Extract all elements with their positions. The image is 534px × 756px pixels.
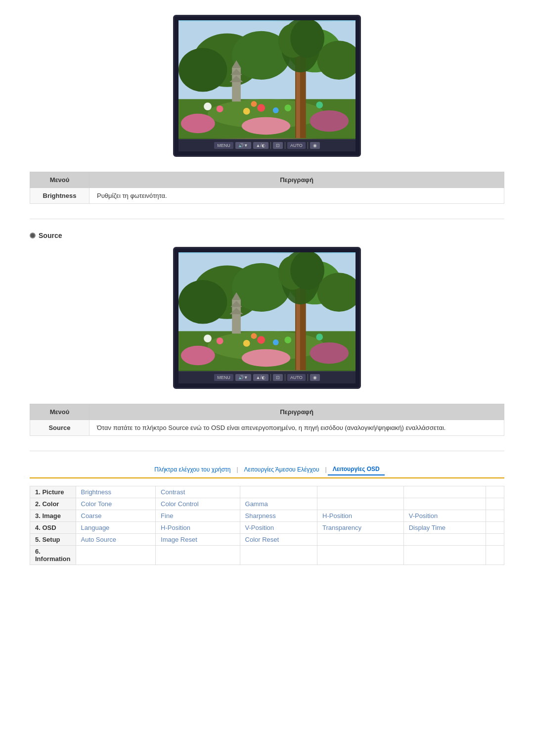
svg-point-25 <box>181 114 215 133</box>
svg-point-21 <box>273 107 279 113</box>
coarse-link[interactable]: Coarse <box>76 510 156 522</box>
empty-cell-3 <box>403 486 486 498</box>
gamma-link[interactable]: Gamma <box>240 498 317 510</box>
svg-point-40 <box>290 252 324 290</box>
svg-point-19 <box>243 108 250 115</box>
svg-point-55 <box>242 349 290 367</box>
empty-cell-1 <box>240 486 317 498</box>
auto-source-link[interactable]: Auto Source <box>76 534 156 546</box>
svg-point-18 <box>217 105 223 112</box>
volume-button-1[interactable]: 🔊▼ <box>235 142 251 149</box>
color-tone-link[interactable]: Color Tone <box>76 498 156 510</box>
empty-cell-16 <box>317 546 404 565</box>
fine-link[interactable]: Fine <box>156 510 240 522</box>
garden-scene-1 <box>178 20 356 139</box>
svg-point-2 <box>178 48 227 92</box>
tab-separator-1: | <box>236 466 238 473</box>
svg-point-54 <box>310 342 349 364</box>
empty-cell-17 <box>403 546 486 565</box>
h-position-osd-link[interactable]: H-Position <box>156 522 240 534</box>
svg-point-12 <box>290 20 324 58</box>
table2-col1-header: Μενού <box>30 404 89 420</box>
svg-point-20 <box>257 104 265 112</box>
color-reset-link[interactable]: Color Reset <box>240 534 317 546</box>
brightness-button-1[interactable]: ▲/◐ <box>253 142 268 149</box>
table1-col1-header: Μενού <box>30 172 89 188</box>
svg-point-52 <box>251 333 257 339</box>
empty-cell-9 <box>486 522 504 534</box>
svg-point-50 <box>284 336 291 343</box>
empty-cell-11 <box>403 534 486 546</box>
svg-point-47 <box>243 340 250 347</box>
svg-point-46 <box>217 337 223 344</box>
tab-user-controls[interactable]: Πλήκτρα ελέγχου του χρήστη <box>149 464 235 475</box>
separator-1 <box>270 142 271 149</box>
color-control-link[interactable]: Color Control <box>156 498 240 510</box>
table-row: Brightness Ρυθμίζει τη φωτεινότητα. <box>30 188 504 204</box>
svg-point-45 <box>204 334 212 342</box>
contrast-link[interactable]: Contrast <box>156 486 240 498</box>
svg-point-48 <box>257 336 265 344</box>
empty-cell-7 <box>486 498 504 510</box>
image-header: 3. Image <box>30 510 76 522</box>
source-section: Source <box>30 232 504 389</box>
table2-col2-header: Περιγραφή <box>89 404 504 420</box>
monitor-screen-1 <box>178 20 356 139</box>
brightness-table: Μενού Περιγραφή Brightness Ρυθμίζει τη φ… <box>30 172 504 204</box>
empty-cell-18 <box>486 546 504 565</box>
monitor-frame-2: MENU 🔊▼ ▲/◐ ⊡ AUTO ◉ <box>173 247 361 389</box>
empty-cell-8 <box>486 510 504 522</box>
source-desc: Όταν πατάτε το πλήκτρο Source ενώ το OSD… <box>89 420 504 436</box>
power-button-1[interactable]: ◉ <box>310 142 320 149</box>
divider-1 <box>30 219 504 219</box>
v-position-osd-link[interactable]: V-Position <box>240 522 317 534</box>
monitor-controls-1: MENU 🔊▼ ▲/◐ ⊡ AUTO ◉ <box>178 139 356 151</box>
svg-point-24 <box>251 101 257 107</box>
svg-point-22 <box>284 104 291 111</box>
table-row: 4. OSD Language H-Position V-Position Tr… <box>30 522 504 534</box>
empty-cell-10 <box>317 534 404 546</box>
empty-cell-12 <box>486 534 504 546</box>
svg-point-49 <box>273 339 279 345</box>
auto-button-2[interactable]: AUTO <box>287 374 306 381</box>
separator-2 <box>285 142 285 149</box>
menu-button-1[interactable]: MENU <box>214 142 233 149</box>
v-position-link[interactable]: V-Position <box>403 510 486 522</box>
source-button-1[interactable]: ⊡ <box>273 142 283 149</box>
brightness-button-2[interactable]: ▲/◐ <box>253 374 268 381</box>
menu-button-2[interactable]: MENU <box>214 374 233 381</box>
garden-scene-2 <box>178 252 356 371</box>
picture-header: 1. Picture <box>30 486 76 498</box>
source-button-2[interactable]: ⊡ <box>273 374 283 381</box>
separator-3 <box>308 142 308 149</box>
svg-point-27 <box>242 117 290 135</box>
monitor-frame-1: MENU 🔊▼ ▲/◐ ⊡ AUTO ◉ <box>173 15 361 157</box>
table-row: 2. Color Color Tone Color Control Gamma <box>30 498 504 510</box>
transparency-link[interactable]: Transparency <box>317 522 404 534</box>
svg-point-53 <box>181 346 215 365</box>
monitor-screen-2 <box>178 252 356 371</box>
tab-direct-functions[interactable]: Λειτουργίες Άμεσου Ελέγχου <box>239 464 324 475</box>
tab-osd-functions[interactable]: Λειτουργίες OSD <box>328 464 385 475</box>
separator-4 <box>270 374 271 381</box>
table-row: 1. Picture Brightness Contrast <box>30 486 504 498</box>
brightness-link[interactable]: Brightness <box>76 486 156 498</box>
table-row: Source Όταν πατάτε το πλήκτρο Source ενώ… <box>30 420 504 436</box>
display-time-link[interactable]: Display Time <box>403 522 486 534</box>
empty-cell-14 <box>156 546 240 565</box>
monitor-display-1: MENU 🔊▼ ▲/◐ ⊡ AUTO ◉ <box>30 15 504 157</box>
volume-button-2[interactable]: 🔊▼ <box>235 374 251 381</box>
empty-cell-6 <box>403 498 486 510</box>
h-position-link[interactable]: H-Position <box>317 510 404 522</box>
osd-header: 4. OSD <box>30 522 76 534</box>
auto-button-1[interactable]: AUTO <box>287 142 306 149</box>
empty-cell-2 <box>317 486 404 498</box>
language-link[interactable]: Language <box>76 522 156 534</box>
table1-col2-header: Περιγραφή <box>89 172 504 188</box>
empty-cell-4 <box>486 486 504 498</box>
nav-tabs: Πλήκτρα ελέγχου του χρήστη | Λειτουργίες… <box>30 464 504 478</box>
power-button-2[interactable]: ◉ <box>310 374 320 381</box>
sharpness-link[interactable]: Sharpness <box>240 510 317 522</box>
image-reset-link[interactable]: Image Reset <box>156 534 240 546</box>
source-title-container: Source <box>30 232 504 239</box>
